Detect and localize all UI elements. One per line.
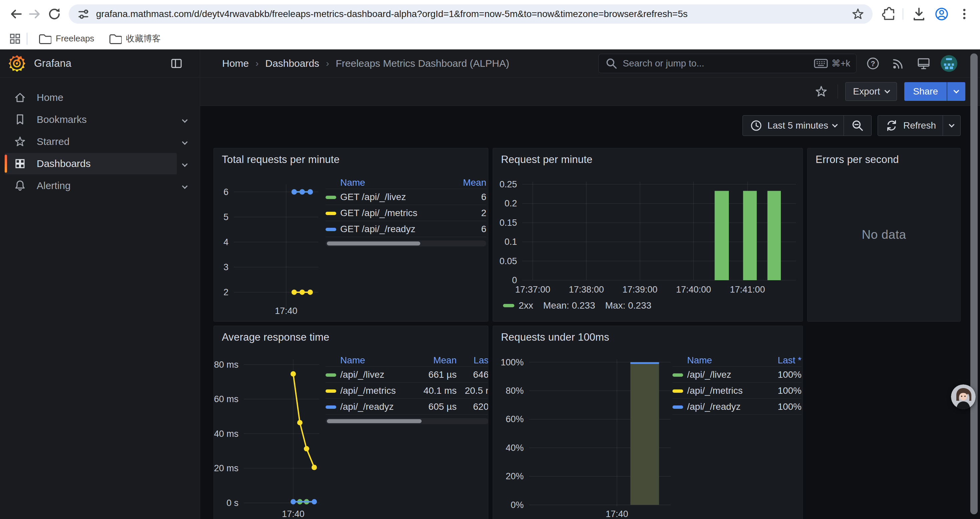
y-tick-label: 0.25 <box>500 179 517 189</box>
x-tick-label: 17:40 <box>275 306 298 316</box>
panel-title[interactable]: Average response time <box>222 331 329 343</box>
panel-title[interactable]: Requests under 100ms <box>501 331 609 343</box>
reload-button[interactable] <box>45 4 64 24</box>
search-box[interactable]: ⌘+k <box>598 54 857 73</box>
profile-button[interactable] <box>932 4 951 24</box>
rss-icon <box>891 56 905 71</box>
bookmark-folder-blogs[interactable]: 收藏博客 <box>103 29 166 48</box>
sidebar-item-alerting[interactable]: Alerting <box>5 175 177 196</box>
time-picker-group: Last 5 minutes <box>743 115 872 136</box>
main-area: Home › Dashboards › Freeleaps Metrics Da… <box>200 50 980 519</box>
user-avatar[interactable] <box>940 54 958 72</box>
home-icon <box>13 91 27 104</box>
legend-item[interactable]: Max: 0.233 <box>605 300 651 311</box>
help-button[interactable]: ? <box>864 54 882 72</box>
news-button[interactable] <box>889 54 907 72</box>
forward-button[interactable] <box>25 4 45 24</box>
chevron-down-icon[interactable] <box>183 114 187 125</box>
legend-cell: /api/_/livez <box>340 369 407 380</box>
vertical-scrollbar[interactable] <box>970 53 978 514</box>
extensions-button[interactable] <box>877 4 897 24</box>
breadcrumb-separator: › <box>326 58 329 69</box>
sidebar-item-dashboards[interactable]: Dashboards <box>5 153 177 174</box>
legend-row[interactable]: /api/_/metrics40.1 ms20.5 r <box>326 383 488 399</box>
kebab-menu-icon <box>957 7 972 21</box>
chevron-down-icon[interactable] <box>183 136 187 147</box>
legend-row[interactable]: GET /api/_/livez6 <box>326 189 486 205</box>
legend-scrollbar-thumb[interactable] <box>327 419 422 423</box>
kiosk-mode-button[interactable] <box>915 54 932 72</box>
y-tick-label: 2 <box>223 287 229 297</box>
y-tick-label: 40 ms <box>214 429 239 439</box>
legend-row[interactable]: GET /api/_/readyz6 <box>326 221 486 237</box>
sidebar-item-home[interactable]: Home <box>5 87 177 108</box>
breadcrumb-home[interactable]: Home <box>222 58 249 69</box>
legend-cell: 646 <box>457 369 488 380</box>
panel-title[interactable]: Request per minute <box>501 153 592 166</box>
legend-row[interactable]: /api/_/readyz100% <box>673 399 802 415</box>
panel-title[interactable]: Total requests per minute <box>222 153 340 166</box>
sidebar-item-bookmarks[interactable]: Bookmarks <box>5 109 177 130</box>
y-tick-label: 60 ms <box>214 394 239 404</box>
legend-column-header[interactable]: Name <box>687 355 765 366</box>
refresh-button[interactable]: Refresh <box>878 115 943 136</box>
legend-column-header[interactable]: Name <box>340 355 407 366</box>
share-button[interactable]: Share <box>904 82 947 101</box>
url-bar[interactable]: grafana.mathmast.com/d/deytv4rwavabkb/fr… <box>69 4 873 24</box>
legend-column-header[interactable]: Name <box>340 177 446 188</box>
zoom-out-button[interactable] <box>844 115 871 136</box>
assistant-avatar[interactable] <box>951 385 976 409</box>
chevron-down-icon[interactable] <box>183 158 187 169</box>
series-point <box>291 371 296 376</box>
series-chip-cell <box>326 208 340 219</box>
export-button[interactable]: Export <box>845 82 897 101</box>
legend-row[interactable]: /api/_/metrics100% <box>673 383 802 399</box>
sidebar-item-starred[interactable]: Starred <box>5 131 177 152</box>
legend-column-header[interactable]: Mean <box>407 355 457 366</box>
bookmark-star-icon <box>851 7 865 21</box>
legend-row[interactable]: GET /api/_/metrics2 <box>326 205 486 221</box>
series-point <box>299 289 305 295</box>
sidebar: Grafana Home Bookmarks Starred <box>0 50 200 519</box>
legend-cell: 605 µs <box>407 401 457 412</box>
bookmark-page-button[interactable] <box>851 7 865 21</box>
legend-scrollbar[interactable] <box>326 241 486 246</box>
y-tick-label: 5 <box>223 212 229 222</box>
series-chip-cell <box>673 369 687 380</box>
legend-cell: 100% <box>765 369 802 380</box>
legend-item[interactable]: 2xx <box>503 300 533 311</box>
chevron-down-icon[interactable] <box>183 180 187 192</box>
star-dashboard-button[interactable] <box>812 83 830 101</box>
legend-row[interactable]: /api/_/livez100% <box>673 367 802 383</box>
back-icon <box>8 7 23 21</box>
sidebar-collapse-button[interactable] <box>170 57 183 70</box>
sidebar-item-label: Dashboards <box>37 158 91 169</box>
legend-row[interactable]: /api/_/readyz605 µs620 <box>326 399 488 415</box>
search-icon <box>605 57 618 70</box>
time-range-picker[interactable]: Last 5 minutes <box>743 115 843 136</box>
series-chip-cell <box>326 224 340 235</box>
legend-column-header[interactable]: Last * <box>765 355 802 366</box>
browser-toolbar: grafana.mathmast.com/d/deytv4rwavabkb/fr… <box>0 0 980 28</box>
y-tick-label: 0.05 <box>500 256 517 266</box>
browser-menu-button[interactable] <box>955 4 974 24</box>
y-tick-label: 3 <box>223 262 229 272</box>
back-button[interactable] <box>6 4 25 24</box>
apps-button[interactable] <box>7 30 23 47</box>
toolbar-divider <box>903 8 903 20</box>
breadcrumb-dashboards[interactable]: Dashboards <box>265 58 319 69</box>
brand-name[interactable]: Grafana <box>34 57 72 69</box>
refresh-interval-dropdown[interactable] <box>943 115 960 136</box>
downloads-button[interactable] <box>909 4 929 24</box>
bookmark-folder-freeleaps[interactable]: Freeleaps <box>33 29 100 48</box>
assistant-avatar-image <box>951 385 976 409</box>
search-input[interactable] <box>623 58 809 69</box>
url-text[interactable]: grafana.mathmast.com/d/deytv4rwavabkb/fr… <box>96 9 845 19</box>
legend-scrollbar-thumb[interactable] <box>327 241 420 246</box>
share-dropdown-button[interactable] <box>947 82 965 101</box>
legend-row[interactable]: /api/_/livez661 µs646 <box>326 367 488 383</box>
legend-column-header[interactable]: Las <box>457 355 488 366</box>
legend-item[interactable]: Mean: 0.233 <box>543 300 595 311</box>
legend-column-header[interactable]: Mean <box>446 177 486 188</box>
legend-scrollbar[interactable] <box>326 418 488 424</box>
